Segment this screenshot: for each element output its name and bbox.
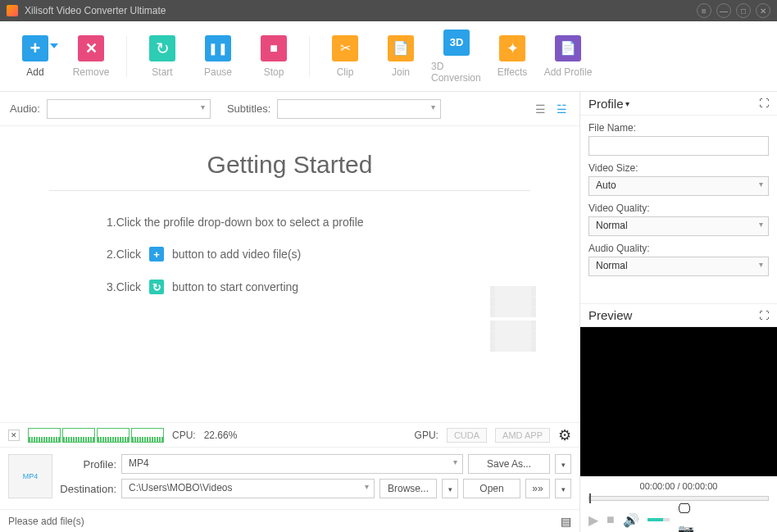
view-detail-button[interactable]: ☱ [553, 101, 570, 117]
clip-icon [332, 35, 358, 61]
step2-text-a: 2.Click [107, 248, 141, 261]
subtitles-select[interactable] [277, 99, 441, 119]
filename-label: File Name: [588, 122, 769, 134]
cpu-graph [28, 428, 164, 443]
status-bar: Please add file(s) ▤ [0, 509, 579, 532]
preview-time: 00:00:00 / 00:00:00 [580, 476, 777, 496]
audio-subtitle-bar: Audio: Subtitles: ☰ ☱ [0, 92, 579, 126]
add-button[interactable]: Add [10, 26, 61, 87]
join-icon [388, 35, 414, 61]
add-profile-label: Add Profile [544, 66, 593, 78]
step3-text-b: button to start converting [172, 280, 298, 293]
add-icon [22, 35, 48, 61]
browse-button[interactable]: Browse... [379, 479, 437, 498]
play-button[interactable]: ▶ [588, 512, 598, 528]
3d-conversion-button[interactable]: 3D3D Conversion [431, 26, 482, 87]
cpu-value: 22.66% [204, 430, 238, 441]
amd-button[interactable]: AMD APP [495, 428, 550, 443]
toolbar-separator [126, 36, 127, 77]
remove-icon [78, 35, 104, 61]
effects-label: Effects [498, 66, 527, 78]
pause-button[interactable]: Pause [193, 26, 243, 87]
cuda-button[interactable]: CUDA [447, 428, 487, 443]
start-button[interactable]: Start [137, 26, 188, 87]
snapshot-icon[interactable]: 📷 [678, 523, 769, 533]
3d-label: 3D Conversion [431, 61, 482, 84]
getting-started-heading: Getting Started [49, 151, 530, 179]
format-badge: MP4 [23, 472, 39, 480]
aquality-select[interactable]: Normal [588, 257, 769, 276]
clip-button[interactable]: Clip [320, 26, 370, 87]
device-dropdown[interactable] [555, 479, 571, 498]
remove-button[interactable]: Remove [66, 26, 116, 87]
gpu-label: GPU: [415, 430, 438, 441]
divider [49, 190, 530, 191]
add-label: Add [26, 66, 43, 78]
preview-video-area[interactable] [580, 327, 777, 476]
step3-text-a: 3.Click [107, 280, 141, 293]
remove-label: Remove [73, 66, 110, 78]
videosize-label: Video Size: [588, 162, 769, 174]
status-message: Please add file(s) [8, 516, 84, 527]
save-as-button[interactable]: Save As... [468, 454, 550, 474]
step1-text: 1.Click the profile drop-down box to sel… [107, 216, 364, 229]
preview-controls: ▶ ■ 🔊 🖵 📷 [580, 507, 777, 532]
stop-button[interactable]: Stop [248, 26, 299, 87]
close-button[interactable]: ✕ [756, 3, 770, 18]
pause-icon [205, 35, 231, 61]
effects-icon [499, 35, 525, 61]
vquality-select[interactable]: Normal [588, 216, 769, 236]
collapse-perf-button[interactable]: ✕ [8, 430, 20, 441]
destination-select[interactable]: C:\Users\MOBO\Videos [121, 479, 375, 498]
audio-select[interactable] [47, 99, 211, 119]
app-title: Xilisoft Video Converter Ultimate [25, 5, 692, 16]
join-button[interactable]: Join [375, 26, 426, 87]
seek-slider[interactable] [588, 496, 769, 501]
aquality-label: Audio Quality: [588, 243, 769, 254]
settings-icon[interactable]: ⚙ [558, 426, 571, 444]
profile-panel-body: File Name: Video Size: Auto Video Qualit… [580, 116, 777, 303]
add-profile-icon [555, 35, 581, 61]
profile-select[interactable]: MP4 [121, 454, 463, 474]
pause-label: Pause [204, 66, 232, 78]
menu-button[interactable]: ≡ [697, 3, 711, 18]
queue-button[interactable]: »» [525, 479, 550, 498]
stop-preview-button[interactable]: ■ [607, 512, 615, 527]
volume-icon[interactable]: 🔊 [623, 512, 639, 528]
stop-icon [261, 35, 287, 61]
videosize-select[interactable]: Auto [588, 176, 769, 196]
effects-button[interactable]: Effects [487, 26, 538, 87]
preview-panel-title: Preview [588, 308, 632, 322]
start-label: Start [152, 66, 172, 78]
browse-dropdown[interactable] [442, 479, 458, 498]
clip-label: Clip [337, 66, 354, 78]
app-logo-icon [7, 5, 18, 16]
add-profile-button[interactable]: Add Profile [543, 26, 593, 87]
open-button[interactable]: Open [463, 479, 520, 498]
stop-label: Stop [264, 66, 284, 78]
save-as-dropdown[interactable] [555, 454, 571, 474]
snapshot-folder-icon[interactable]: 🖵 [678, 502, 769, 516]
expand-preview-icon[interactable]: ⛶ [759, 310, 769, 321]
3d-icon: 3D [443, 30, 470, 56]
volume-slider[interactable] [648, 518, 670, 521]
convert-icon: ↻ [149, 280, 164, 294]
toolbar-separator [309, 36, 310, 77]
cpu-label: CPU: [172, 430, 196, 441]
subtitles-label: Subtitles: [227, 102, 270, 115]
report-icon[interactable]: ▤ [561, 515, 571, 528]
join-label: Join [392, 66, 410, 78]
performance-bar: ✕ CPU:22.66% GPU: CUDA AMD APP ⚙ [0, 422, 579, 447]
dropdown-arrow-icon [50, 43, 58, 48]
title-bar: Xilisoft Video Converter Ultimate ≡ — □ … [0, 0, 777, 21]
step2-text-b: button to add video file(s) [172, 248, 301, 261]
destination-label: Destination: [59, 483, 116, 495]
expand-profile-icon[interactable]: ⛶ [759, 98, 769, 109]
audio-label: Audio: [10, 102, 40, 115]
view-list-button[interactable]: ☰ [532, 101, 548, 117]
maximize-button[interactable]: □ [736, 3, 751, 18]
minimize-button[interactable]: — [716, 3, 731, 18]
filename-input[interactable] [588, 136, 769, 156]
format-thumbnail[interactable]: MP4 [8, 454, 52, 498]
getting-started-panel: Getting Started 1.Click the profile drop… [0, 126, 579, 422]
